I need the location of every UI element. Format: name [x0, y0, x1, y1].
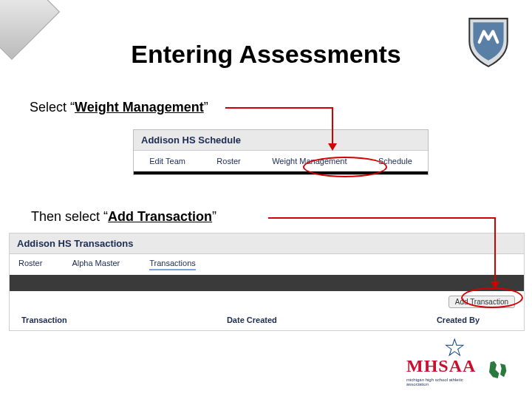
instr2-pre: Then select “: [31, 209, 108, 224]
instr2-link: Add Transaction: [108, 209, 212, 224]
slide: Entering Assessments Select “Weight Mana…: [0, 0, 532, 399]
shot1-divider: [134, 171, 428, 174]
tab2-transactions[interactable]: Transactions: [149, 259, 196, 270]
mhsaa-logo-subtext: michigan high school athletic associatio…: [406, 378, 481, 386]
col-created-by: Created By: [437, 316, 480, 324]
michigan-icon: [485, 358, 510, 384]
tab-edit-team[interactable]: Edit Team: [149, 157, 185, 166]
highlight-ellipse-add-transaction: [461, 287, 523, 308]
instr2-post: ”: [212, 209, 216, 224]
instr1-pre: Select “: [30, 100, 75, 115]
col-transaction: Transaction: [21, 316, 67, 324]
instr1-post: ”: [204, 100, 208, 115]
tab2-alpha-master[interactable]: Alpha Master: [72, 259, 120, 270]
instruction-2: Then select “Add Transaction”: [31, 209, 216, 225]
page-title: Entering Assessments: [0, 40, 532, 69]
highlight-ellipse-weight-management: [303, 157, 387, 177]
tab2-roster[interactable]: Roster: [18, 259, 42, 270]
instr1-link: Weight Management: [75, 100, 204, 115]
col-date-created: Date Created: [227, 316, 277, 324]
instruction-1: Select “Weight Management”: [30, 100, 208, 115]
mhsaa-logo-text: MHSAA: [406, 356, 481, 376]
mhsaa-logo: MHSAA michigan high school athletic asso…: [406, 353, 510, 389]
callout-arrow-2: [265, 212, 508, 301]
callout-arrow-1: [222, 102, 369, 161]
